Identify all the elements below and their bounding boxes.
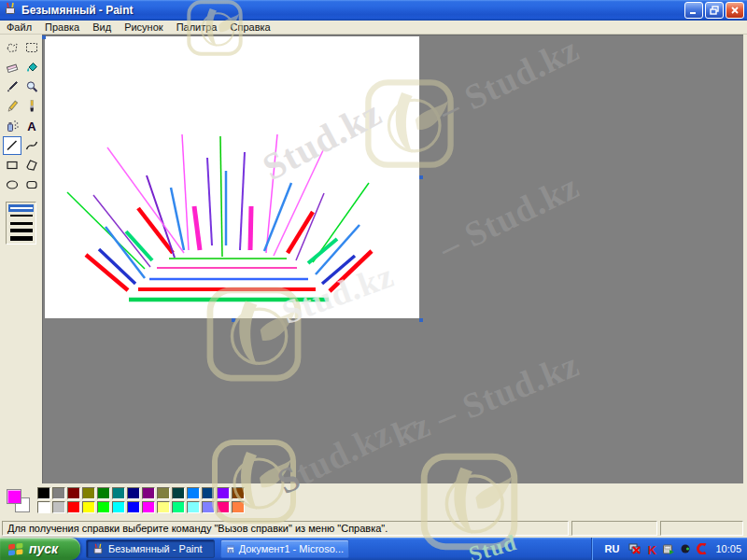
palette-color[interactable] xyxy=(141,500,156,514)
desktop: Безымянный - Paint ФайлПравкаВидРисунокП… xyxy=(0,0,747,560)
svg-text:K: K xyxy=(648,543,657,555)
palette-color[interactable] xyxy=(66,486,81,500)
palette-color[interactable] xyxy=(96,486,111,500)
brush-tool[interactable] xyxy=(22,97,41,116)
palette-color[interactable] xyxy=(126,500,141,514)
palette-color[interactable] xyxy=(36,500,51,514)
task-label: Безымянный - Paint xyxy=(108,543,203,554)
restore-button[interactable] xyxy=(705,2,724,19)
text-tool[interactable]: A xyxy=(22,117,41,135)
palette-color[interactable] xyxy=(186,500,201,514)
menu-item[interactable]: Справка xyxy=(224,21,277,34)
svg-text:A: A xyxy=(27,119,36,133)
main-area: A xyxy=(0,35,747,483)
line-width-selector[interactable] xyxy=(6,202,36,245)
window-title: Безымянный - Paint xyxy=(21,4,134,17)
free-form-select-icon xyxy=(7,44,17,52)
line-width-option-5[interactable] xyxy=(8,234,34,242)
line-width-option-3[interactable] xyxy=(8,219,34,227)
taskbar: пуск Безымянный - Paint W Документ1 - Mi… xyxy=(0,538,747,560)
palette-color[interactable] xyxy=(216,500,231,514)
start-button[interactable]: пуск xyxy=(0,538,80,560)
removable-device-icon[interactable] xyxy=(662,542,675,555)
canvas-resize-handle-bottom[interactable] xyxy=(232,318,235,322)
polygon-icon xyxy=(24,158,39,173)
airbrush-tool[interactable] xyxy=(3,117,21,135)
status-panel-size xyxy=(660,521,743,536)
palette-color[interactable] xyxy=(96,500,111,514)
palette-color[interactable] xyxy=(171,500,186,514)
eraser-tool[interactable] xyxy=(3,58,21,77)
menu-item[interactable]: Рисунок xyxy=(118,21,170,34)
line-width-option-4[interactable] xyxy=(8,227,34,234)
menu-item[interactable]: Вид xyxy=(86,21,118,34)
palette-color[interactable] xyxy=(111,500,126,514)
paint-canvas[interactable] xyxy=(45,36,419,318)
network-disconnected-icon[interactable] xyxy=(628,542,641,555)
palette-color[interactable] xyxy=(126,486,141,500)
palette-color[interactable] xyxy=(36,486,51,500)
kaspersky-icon[interactable]: K xyxy=(645,542,658,555)
palette-color[interactable] xyxy=(216,486,231,500)
paint-task-icon xyxy=(92,542,105,555)
menu-bar: ФайлПравкаВидРисунокПалитраСправка xyxy=(0,21,747,35)
palette-color[interactable] xyxy=(51,486,66,500)
line-icon xyxy=(5,138,20,153)
canvas-resize-handle-right[interactable] xyxy=(419,175,423,179)
rectangle-tool[interactable] xyxy=(3,156,21,175)
fill-tool[interactable] xyxy=(22,58,41,77)
palette-color[interactable] xyxy=(81,486,96,500)
palette-color[interactable] xyxy=(111,486,126,500)
palette-color[interactable] xyxy=(201,486,216,500)
palette-color[interactable] xyxy=(51,500,66,514)
airbrush-icon xyxy=(5,119,20,133)
current-colors-indicator[interactable] xyxy=(3,485,35,517)
curve-tool[interactable] xyxy=(22,136,41,155)
kaspersky-monitor-icon[interactable] xyxy=(696,542,709,555)
palette-color[interactable] xyxy=(156,486,171,500)
palette-color[interactable] xyxy=(156,500,171,514)
task-button-paint[interactable]: Безымянный - Paint xyxy=(86,539,215,558)
status-message: Для получения справки выберите команду "… xyxy=(2,521,569,536)
clock: 10:05 xyxy=(715,543,741,554)
line-width-option-2[interactable] xyxy=(8,212,34,219)
select-tool[interactable] xyxy=(22,38,41,57)
palette-color[interactable] xyxy=(81,500,96,514)
rectangle-icon xyxy=(5,158,20,173)
menu-item[interactable]: Файл xyxy=(0,21,38,34)
palette-color[interactable] xyxy=(231,500,246,514)
color-picker-tool[interactable] xyxy=(3,77,21,96)
menu-item[interactable]: Правка xyxy=(38,21,86,34)
workspace xyxy=(42,35,743,483)
palette-color[interactable] xyxy=(141,486,156,500)
select-icon xyxy=(27,44,37,52)
pencil-tool[interactable] xyxy=(3,97,21,116)
language-indicator[interactable]: RU xyxy=(599,542,626,555)
close-button[interactable] xyxy=(726,2,744,19)
volume-icon[interactable] xyxy=(679,542,692,555)
palette-color[interactable] xyxy=(171,486,186,500)
polygon-tool[interactable] xyxy=(22,156,41,175)
magnifier-icon xyxy=(24,79,39,94)
line-tool[interactable] xyxy=(3,136,21,155)
palette-color[interactable] xyxy=(66,500,81,514)
task-button-word[interactable]: W Документ1 - Microso... xyxy=(220,539,349,558)
minimize-button[interactable] xyxy=(684,2,703,19)
eraser-icon xyxy=(7,64,17,72)
window-right-edge xyxy=(743,35,747,483)
free-form-select-tool[interactable] xyxy=(3,38,21,57)
palette-color[interactable] xyxy=(186,486,201,500)
windows-flag-icon xyxy=(7,542,24,556)
title-bar: Безымянный - Paint xyxy=(0,0,747,21)
palette-color[interactable] xyxy=(231,486,246,500)
menu-item[interactable]: Палитра xyxy=(170,21,224,34)
ellipse-icon xyxy=(5,177,20,192)
canvas-resize-handle-corner[interactable] xyxy=(419,318,423,322)
ellipse-tool[interactable] xyxy=(3,175,21,194)
line-width-option-1[interactable] xyxy=(8,204,34,212)
rounded-rectangle-icon xyxy=(24,177,39,192)
start-label: пуск xyxy=(29,541,58,556)
magnifier-tool[interactable] xyxy=(22,77,41,96)
palette-color[interactable] xyxy=(201,500,216,514)
rounded-rectangle-tool[interactable] xyxy=(22,175,41,194)
